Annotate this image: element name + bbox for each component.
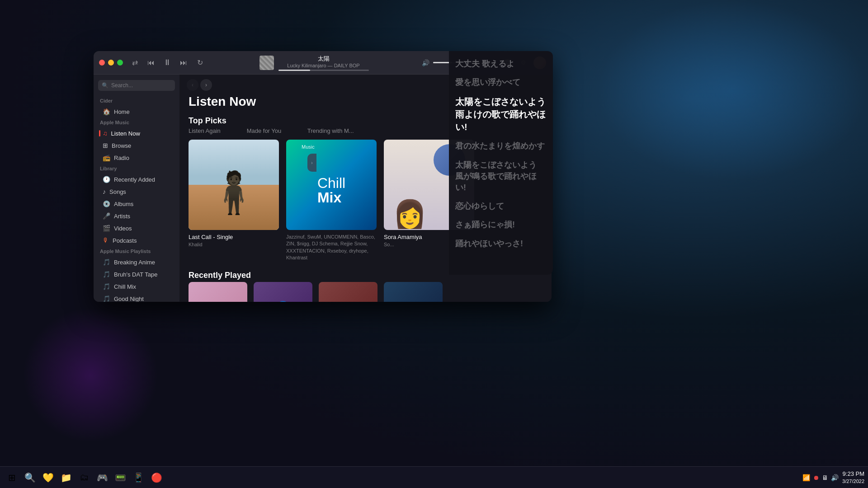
khalid-card[interactable]: Last Call - Single Khalid: [189, 140, 279, 262]
lyric-line-8[interactable]: 踊れやほいやっさ!: [455, 238, 547, 249]
widgets-button[interactable]: 💛: [40, 469, 56, 486]
sidebar-item-good-night[interactable]: 🎵 Good Night: [96, 293, 177, 302]
taskbar-app2[interactable]: 🎮: [94, 469, 110, 486]
lyric-line-1[interactable]: 大丈夫 歌えるよ: [455, 58, 547, 70]
sidebar-item-label: Good Night: [114, 296, 144, 302]
search-taskbar-button[interactable]: 🔍: [22, 469, 38, 486]
rp-card-3[interactable]: 🐼: [319, 282, 377, 302]
rp-image-4: 🎌: [384, 282, 443, 302]
progress-fill: [278, 70, 310, 71]
search-input[interactable]: [111, 82, 171, 89]
sidebar-item-label: Radio: [114, 155, 129, 161]
network-icon: 📶: [802, 474, 810, 481]
sidebar-item-label: Chill Mix: [114, 283, 136, 290]
sidebar-item-label: Songs: [109, 188, 126, 195]
system-clock[interactable]: 9:23 PM 3/27/2022: [842, 470, 864, 484]
forward-button[interactable]: ›: [200, 79, 212, 91]
podcasts-icon: 🎙: [103, 237, 109, 244]
songs-icon: ♪: [103, 188, 106, 195]
rp-card-1[interactable]: PROBLEMS: [189, 282, 247, 302]
sidebar-item-label: Home: [114, 108, 130, 115]
library-section-label: Library: [94, 164, 179, 173]
display-icon: 🖥: [822, 474, 828, 481]
playlist-icon: 🎵: [103, 295, 110, 302]
khalid-card-title: Last Call - Single: [189, 234, 279, 240]
repeat-button[interactable]: ↻: [193, 56, 206, 69]
play-pause-button[interactable]: ⏸: [161, 56, 174, 69]
record-icon: ⏺: [813, 474, 819, 481]
minimize-button[interactable]: [108, 60, 114, 66]
rp-image-1: PROBLEMS: [189, 282, 247, 302]
recently-played-section: Recently Played PROBLEMS 👤 �: [179, 271, 552, 302]
lyric-line-7[interactable]: さぁ踊らにゃ損!: [455, 219, 547, 230]
sidebar-item-home[interactable]: 🏠 Home: [96, 106, 177, 117]
start-button[interactable]: ⊞: [4, 469, 20, 486]
next-button[interactable]: ⏭: [177, 56, 190, 69]
sidebar-item-listen-now[interactable]: ♫ Listen Now: [96, 127, 177, 139]
albums-icon: 💿: [103, 200, 110, 207]
clock-time: 9:23 PM: [842, 470, 864, 478]
sidebar-item-songs[interactable]: ♪ Songs: [96, 186, 177, 197]
sidebar-item-albums[interactable]: 💿 Albums: [96, 198, 177, 210]
rp-image-3: 🐼: [319, 282, 377, 302]
sidebar-item-label: Browse: [112, 142, 131, 149]
lyric-line-3[interactable]: 太陽をこぼさないよう 雨よけの歌で踊れやほい!: [455, 95, 547, 133]
sidebar-item-podcasts[interactable]: 🎙 Podcasts: [96, 235, 177, 246]
lyric-line-6[interactable]: 恋心ゆらして: [455, 201, 547, 212]
sidebar-item-label: Artists: [114, 213, 130, 220]
now-playing-bar: 太陽 Lucky Kilimanjaro — DAILY BOP: [212, 55, 416, 71]
chill-mix-card[interactable]: Music Chill Mix Jazzinuf, SwuM, UNCOMMEN…: [286, 140, 377, 262]
maximize-button[interactable]: [117, 60, 123, 66]
track-artist-playlist: Lucky Kilimanjaro — DAILY BOP: [287, 63, 359, 68]
back-button[interactable]: ‹: [187, 79, 198, 91]
lyric-line-5[interactable]: 太陽をこぼさないよう 風が鳴る歌で踊れやほい!: [455, 160, 547, 194]
home-icon: 🏠: [103, 108, 110, 115]
artists-icon: 🎤: [103, 212, 110, 220]
progress-bar[interactable]: [278, 70, 369, 71]
taskbar-right: 📶 ⏺ 🖥 🔊 9:23 PM 3/27/2022: [802, 470, 864, 484]
search-icon: 🔍: [102, 82, 108, 89]
clock-date: 3/27/2022: [842, 478, 864, 484]
sidebar-item-bruhs-dat-tape[interactable]: 🎵 Bruh's DAT Tape: [96, 268, 177, 280]
album-thumbnail: [259, 56, 274, 70]
sidebar-item-recently-added[interactable]: 🕐 Recently Added: [96, 174, 177, 185]
volume-sys-icon: 🔊: [831, 474, 839, 481]
taskbar-app3[interactable]: 📟: [112, 469, 128, 486]
radio-icon: 📻: [103, 154, 110, 161]
taskbar: ⊞ 🔍 💛 📁 🗂 🎮 📟 📱 🔴 📶 ⏺ 🖥 🔊 9:23 PM 3/27/2…: [0, 466, 868, 488]
sidebar-item-chill-mix[interactable]: 🎵 Chill Mix: [96, 281, 177, 292]
volume-icon: 🔊: [422, 59, 429, 66]
taskbar-app1[interactable]: 🗂: [76, 469, 92, 486]
sidebar-item-browse[interactable]: ⊞ Browse: [96, 140, 177, 151]
recently-played-cards: PROBLEMS 👤 🐼: [179, 282, 552, 302]
recently-added-icon: 🕐: [103, 176, 110, 183]
browse-icon: ⊞: [103, 142, 108, 149]
cider-section-label: Cider: [94, 96, 179, 105]
now-playing-info: 太陽 Lucky Kilimanjaro — DAILY BOP: [278, 55, 369, 71]
lyric-line-4[interactable]: 君の水たまりを煌めかす: [455, 141, 547, 152]
rp-card-2[interactable]: 👤: [254, 282, 312, 302]
sidebar-item-label: Breaking Anime: [114, 259, 155, 266]
sidebar-item-artists[interactable]: 🎤 Artists: [96, 210, 177, 222]
taskbar-app5[interactable]: 🔴: [148, 469, 165, 486]
shuffle-button[interactable]: ⇄: [128, 56, 141, 69]
sidebar-item-label: Albums: [114, 201, 133, 207]
previous-button[interactable]: ⏮: [145, 56, 157, 69]
chill-mix-artists: Jazzinuf, SwuM, UNCOMMENN, Basco, ZIN, $…: [286, 234, 377, 262]
lyrics-scroll-indicator[interactable]: ›: [307, 154, 316, 172]
lyric-line-2[interactable]: 愛を思い浮かべて: [455, 77, 547, 88]
sidebar-item-label: Listen Now: [111, 130, 140, 137]
sidebar-item-videos[interactable]: 🎬 Videos: [96, 222, 177, 234]
rp-card-4[interactable]: 🎌: [384, 282, 443, 302]
playlist-icon: 🎵: [103, 271, 110, 278]
sidebar-item-breaking-anime[interactable]: 🎵 Breaking Anime: [96, 256, 177, 268]
khalid-image: [189, 140, 279, 230]
taskbar-app4[interactable]: 📱: [130, 469, 146, 486]
chill-mix-image: Music Chill Mix: [286, 140, 377, 230]
search-box[interactable]: 🔍: [98, 80, 175, 91]
file-explorer-button[interactable]: 📁: [58, 469, 74, 486]
sidebar-item-radio[interactable]: 📻 Radio: [96, 152, 177, 164]
videos-icon: 🎬: [103, 225, 110, 232]
close-button[interactable]: [99, 60, 105, 66]
rp-image-2: 👤: [254, 282, 312, 302]
